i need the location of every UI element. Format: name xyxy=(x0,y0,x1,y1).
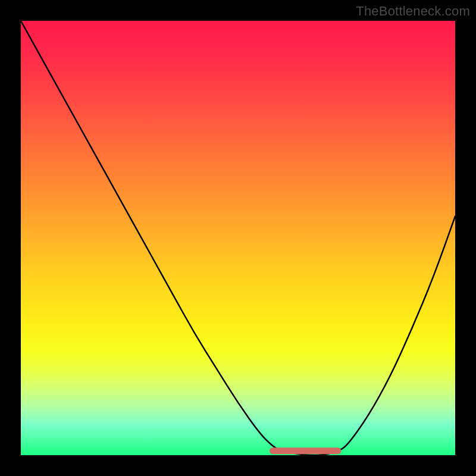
chart-frame: TheBottleneck.com xyxy=(0,0,476,476)
bottleneck-curve xyxy=(21,21,455,455)
watermark-text: TheBottleneck.com xyxy=(356,4,470,19)
plot-area xyxy=(21,21,455,455)
